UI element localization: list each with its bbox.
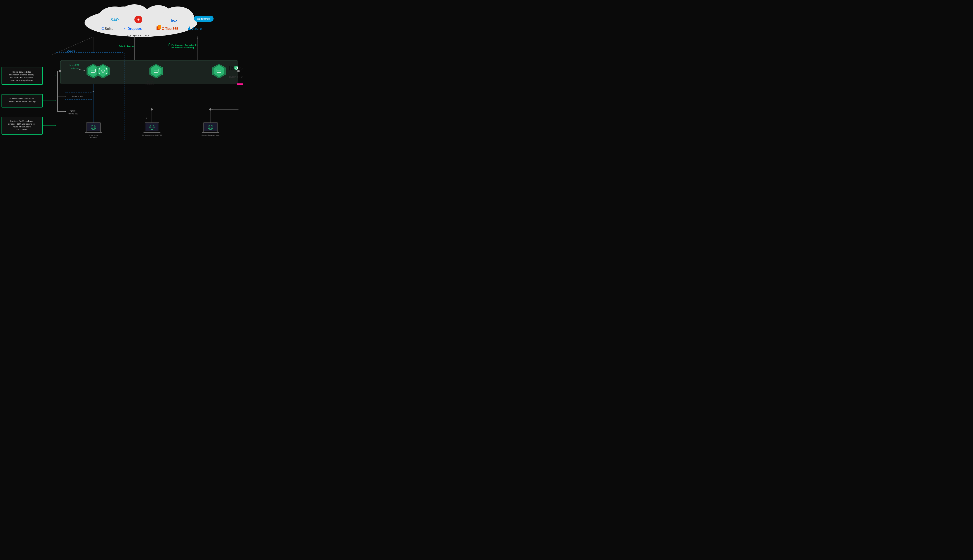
svg-rect-102 — [87, 123, 100, 131]
svg-text:✦: ✦ — [137, 18, 140, 22]
svg-rect-114 — [144, 132, 160, 133]
svg-text:Desktop: Desktop — [90, 137, 97, 139]
svg-point-104 — [92, 125, 95, 130]
svg-text:G: G — [102, 27, 104, 31]
svg-text:Provides access to remote: Provides access to remote — [10, 97, 34, 100]
svg-marker-63 — [93, 92, 94, 93]
svg-text:users to Azure Virtual Desktop: users to Azure Virtual Desktop — [8, 100, 35, 103]
svg-point-118 — [208, 125, 213, 130]
svg-rect-66 — [65, 108, 92, 116]
svg-marker-49 — [214, 65, 224, 77]
svg-rect-106 — [85, 132, 102, 133]
svg-text:Per Customer Dedicated IPs: Per Customer Dedicated IPs — [172, 44, 198, 46]
svg-rect-117 — [204, 123, 217, 131]
svg-text:salesforce: salesforce — [197, 17, 210, 20]
svg-rect-89 — [2, 94, 42, 107]
svg-text:Azure: Azure — [67, 49, 75, 52]
svg-marker-127 — [197, 37, 198, 38]
svg-text:Suite: Suite — [105, 27, 113, 31]
svg-line-33 — [79, 69, 89, 72]
svg-point-41 — [103, 71, 103, 72]
svg-rect-109 — [145, 123, 159, 132]
svg-marker-65 — [65, 95, 66, 97]
svg-rect-50 — [217, 69, 221, 72]
svg-text:ZERO TRUST SSE: ZERO TRUST SSE — [229, 76, 243, 78]
svg-text:Azure: Azure — [70, 110, 76, 112]
svg-rect-16 — [157, 27, 160, 30]
svg-text:ib: ib — [229, 65, 234, 72]
svg-text:Office 365: Office 365 — [162, 27, 179, 30]
svg-point-78 — [209, 108, 211, 110]
svg-point-112 — [151, 125, 153, 130]
svg-text:Provides CASB, malware: Provides CASB, malware — [10, 120, 33, 122]
svg-text:in Azure: in Azure — [71, 67, 79, 69]
svg-marker-39 — [98, 65, 108, 77]
svg-marker-42 — [150, 64, 163, 78]
svg-marker-38 — [97, 64, 110, 78]
svg-rect-44 — [154, 69, 158, 72]
svg-marker-81 — [211, 109, 213, 110]
svg-text:Azure: Azure — [192, 27, 202, 30]
svg-text:for Resource Anchoring: for Resource Anchoring — [172, 47, 194, 49]
svg-rect-25 — [168, 44, 171, 46]
svg-text:defense, DLP, and logging for: defense, DLP, and logging for — [8, 123, 35, 125]
svg-marker-70 — [65, 111, 66, 112]
svg-point-76 — [151, 108, 153, 110]
svg-line-128 — [52, 37, 93, 55]
svg-text:Isolation: Isolation — [145, 83, 154, 85]
svg-point-7 — [134, 16, 142, 23]
svg-point-1 — [98, 7, 132, 30]
svg-marker-34 — [87, 64, 100, 78]
svg-text:Browser: Browser — [146, 80, 154, 82]
svg-point-58 — [237, 70, 240, 72]
svg-marker-125 — [134, 37, 135, 38]
svg-marker-75 — [146, 117, 147, 119]
svg-rect-101 — [86, 123, 100, 132]
svg-text:iboss PEP: iboss PEP — [69, 64, 80, 67]
svg-text:Dropbox: Dropbox — [127, 27, 142, 30]
svg-marker-19 — [188, 26, 191, 30]
svg-marker-93 — [55, 100, 56, 102]
svg-text:Private Access: Private Access — [119, 45, 134, 47]
svg-point-53 — [234, 66, 238, 70]
svg-rect-59 — [237, 83, 243, 85]
svg-rect-82 — [2, 67, 42, 85]
svg-text:ALL APPS & DATA: ALL APPS & DATA — [127, 35, 149, 37]
svg-rect-121 — [202, 132, 219, 133]
svg-text:Azure infrastructure: Azure infrastructure — [13, 125, 31, 128]
svg-rect-36 — [91, 69, 95, 72]
svg-marker-100 — [55, 125, 56, 127]
svg-text:Azure vnets: Azure vnets — [72, 95, 83, 98]
svg-text:✦: ✦ — [124, 27, 126, 30]
svg-point-3 — [144, 5, 172, 26]
svg-rect-10 — [194, 16, 214, 22]
svg-point-2 — [119, 4, 150, 26]
svg-text:customer-managed vnets: customer-managed vnets — [10, 79, 33, 82]
svg-text:SAP: SAP — [110, 18, 119, 22]
svg-text:Contractor / Guest / BYOD: Contractor / Guest / BYOD — [142, 134, 162, 136]
svg-rect-116 — [204, 123, 218, 132]
svg-marker-43 — [151, 65, 162, 77]
svg-point-5 — [110, 7, 137, 26]
svg-point-0 — [85, 9, 197, 37]
svg-text:Remote Company User: Remote Company User — [201, 134, 220, 136]
svg-point-111 — [150, 125, 154, 130]
svg-point-40 — [101, 70, 105, 72]
svg-point-4 — [162, 7, 194, 29]
svg-text:seamlessly extends directly: seamlessly extends directly — [9, 73, 34, 76]
svg-text:⏻: ⏻ — [235, 66, 238, 70]
svg-rect-94 — [2, 117, 42, 134]
svg-text:box: box — [171, 18, 178, 23]
svg-rect-28 — [56, 53, 124, 140]
svg-point-103 — [91, 125, 96, 130]
svg-rect-60 — [65, 93, 92, 100]
svg-rect-30 — [60, 60, 238, 84]
svg-rect-110 — [145, 123, 159, 131]
svg-point-119 — [209, 125, 212, 130]
svg-text:into Azure and runs within: into Azure and runs within — [10, 76, 33, 79]
svg-text:Single Service Edge: Single Service Edge — [12, 71, 31, 73]
svg-marker-35 — [88, 65, 98, 77]
svg-marker-48 — [212, 64, 225, 78]
svg-text:Resources: Resources — [68, 112, 78, 115]
svg-text:Azure Virtual: Azure Virtual — [88, 135, 98, 137]
